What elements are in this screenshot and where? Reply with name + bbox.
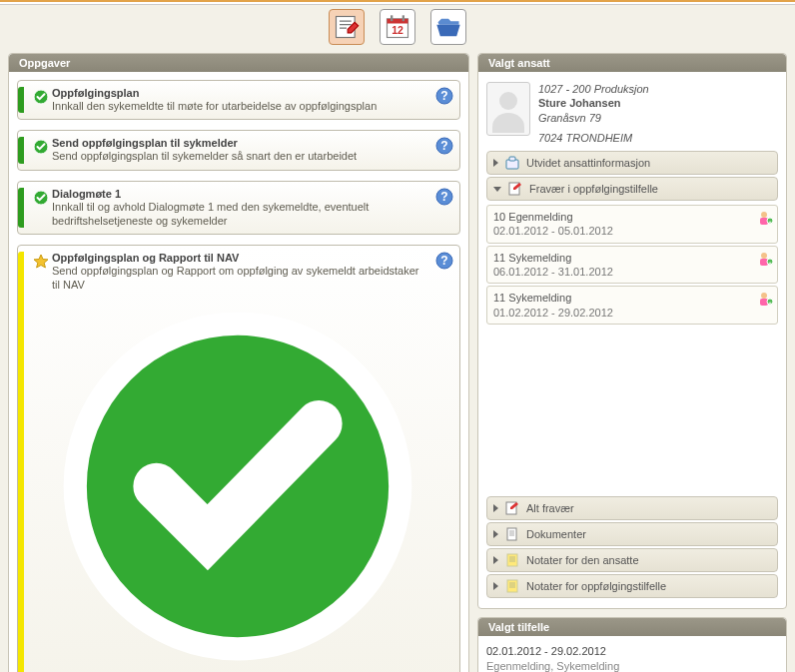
absence-item[interactable]: 11 Sykemelding01.02.2012 - 29.02.2012+: [486, 286, 778, 325]
folder-open-icon: [434, 13, 462, 41]
chevron-right-icon: [493, 582, 498, 590]
svg-point-32: [761, 253, 767, 259]
tilfelle-dates: 02.01.2012 - 29.02.2012: [486, 644, 778, 659]
employee-name: Sture Johansen: [538, 96, 778, 110]
help-icon[interactable]: ?: [435, 87, 453, 105]
svg-rect-43: [507, 580, 517, 592]
task-card[interactable]: OppfølgingsplanInnkall den sykemeldte ti…: [17, 80, 460, 120]
accordion-dokumenter[interactable]: Dokumenter: [486, 522, 778, 546]
task-stripe: [18, 87, 24, 113]
accordion-fravaer-label: Fravær i oppfølgingstilfelle: [529, 183, 658, 195]
absence-title: 10 Egenmelding: [493, 210, 771, 224]
help-icon[interactable]: ?: [435, 188, 453, 206]
task-stripe: [18, 188, 24, 229]
task-desc: Innkall til og avhold Dialogmøte 1 med d…: [52, 201, 369, 227]
employee-panel-title: Valgt ansatt: [478, 54, 786, 72]
svg-text:?: ?: [440, 139, 447, 153]
svg-text:?: ?: [440, 254, 447, 268]
tilfelle-panel: Valgt tilfelle 02.01.2012 - 29.02.2012 E…: [477, 617, 787, 672]
chevron-right-icon: [493, 556, 498, 564]
note-edit-icon: [333, 13, 361, 41]
task-card[interactable]: Oppfølgingsplan og Rapport til NAVSend o…: [17, 245, 460, 672]
document-icon: [504, 526, 520, 542]
person-add-icon[interactable]: +: [757, 210, 773, 226]
task-desc: Send oppfølgingsplan og Rapport om oppfø…: [52, 265, 419, 291]
edit-icon: [507, 181, 523, 197]
help-icon[interactable]: ?: [435, 137, 453, 155]
profile-icon: [504, 155, 520, 171]
absence-item[interactable]: 10 Egenmelding02.01.2012 - 05.01.2012+: [486, 205, 778, 244]
svg-point-36: [761, 293, 767, 299]
svg-rect-2: [388, 19, 408, 24]
person-add-icon[interactable]: +: [757, 291, 773, 307]
check-icon: [52, 662, 423, 672]
toolbar-btn-edit[interactable]: [329, 9, 365, 45]
employee-department: 1027 - 200 Produksjon: [538, 82, 778, 96]
help-icon[interactable]: ?: [435, 252, 453, 270]
avatar: [486, 82, 530, 136]
accordion-extended-info-label: Utvidet ansattinformasjon: [526, 157, 650, 169]
task-card[interactable]: Dialogmøte 1Innkall til og avhold Dialog…: [17, 181, 460, 236]
chevron-right-icon: [493, 530, 498, 538]
task-title: Send oppfølgingsplan til sykmelder: [52, 137, 423, 149]
task-warning: OBS! Fristen for å utføre oppgaven var 0…: [52, 301, 423, 672]
svg-rect-4: [391, 15, 393, 21]
check-icon: [30, 87, 52, 113]
svg-text:+: +: [768, 260, 772, 266]
note-icon: [504, 552, 520, 568]
accordion-extended-info[interactable]: Utvidet ansattinformasjon: [486, 151, 778, 175]
svg-text:12: 12: [392, 24, 403, 36]
task-title: Oppfølgingsplan: [52, 87, 423, 99]
chevron-right-icon: [493, 504, 498, 512]
task-desc: Send oppfølgingsplan til sykemelder så s…: [52, 150, 357, 162]
star-icon: [30, 252, 52, 672]
accordion-notater-tilfelle-label: Notater for oppfølgingstilfelle: [526, 580, 666, 592]
person-add-icon[interactable]: +: [757, 251, 773, 267]
svg-text:?: ?: [440, 190, 447, 204]
task-card[interactable]: Send oppfølgingsplan til sykmelderSend o…: [17, 130, 460, 170]
employee-panel: Valgt ansatt 1027 - 200 Produksjon Sture…: [477, 53, 787, 609]
check-icon: [30, 137, 52, 163]
accordion-alt-fravaer-label: Alt fravær: [526, 502, 574, 514]
svg-point-28: [761, 212, 767, 218]
employee-city: 7024 TRONDHEIM: [538, 131, 778, 145]
check-icon: [30, 188, 52, 229]
accordion-dokumenter-label: Dokumenter: [526, 528, 586, 540]
svg-rect-26: [509, 157, 515, 161]
accordion-alt-fravaer[interactable]: Alt fravær: [486, 496, 778, 520]
task-title: Dialogmøte 1: [52, 188, 423, 200]
edit-icon: [504, 500, 520, 516]
absence-title: 11 Sykemelding: [493, 251, 771, 265]
svg-point-24: [499, 92, 517, 110]
svg-text:+: +: [768, 219, 772, 225]
svg-text:+: +: [768, 300, 772, 306]
toolbar-btn-folder[interactable]: [430, 9, 466, 45]
accordion-fravaer-section[interactable]: Fravær i oppfølgingstilfelle: [486, 177, 778, 201]
absence-dates: 02.01.2012 - 05.01.2012: [493, 224, 771, 238]
svg-rect-5: [402, 15, 404, 21]
absence-item[interactable]: 11 Sykemelding06.01.2012 - 31.01.2012+: [486, 246, 778, 285]
svg-rect-41: [507, 528, 516, 540]
svg-text:?: ?: [440, 89, 447, 103]
toolbar-btn-calendar[interactable]: 12: [380, 9, 415, 45]
absence-title: 11 Sykemelding: [493, 291, 771, 305]
tilfelle-types: Egenmelding, Sykemelding: [486, 659, 778, 672]
absence-dates: 06.01.2012 - 31.01.2012: [493, 265, 771, 279]
employee-address: Granåsvn 79: [538, 111, 778, 125]
tasks-panel-title: Oppgaver: [9, 54, 468, 72]
accordion-notater-ansatt-label: Notater for den ansatte: [526, 554, 639, 566]
accordion-notater-tilfelle[interactable]: Notater for oppfølgingstilfelle: [486, 574, 778, 598]
task-title: Oppfølgingsplan og Rapport til NAV: [52, 252, 423, 264]
chevron-right-icon: [493, 159, 498, 167]
calendar-icon: 12: [384, 13, 411, 41]
accordion-notater-ansatt[interactable]: Notater for den ansatte: [486, 548, 778, 572]
toolbar: 12: [0, 5, 795, 49]
note-icon: [504, 578, 520, 594]
chevron-down-icon: [493, 187, 501, 192]
task-stripe: [18, 137, 24, 163]
task-desc: Innkall den sykemeldte til møte for utar…: [52, 100, 377, 112]
svg-rect-42: [507, 554, 517, 566]
task-stripe: [18, 252, 24, 672]
tasks-panel: Oppgaver OppfølgingsplanInnkall den syke…: [8, 53, 469, 672]
absence-dates: 01.02.2012 - 29.02.2012: [493, 306, 771, 320]
